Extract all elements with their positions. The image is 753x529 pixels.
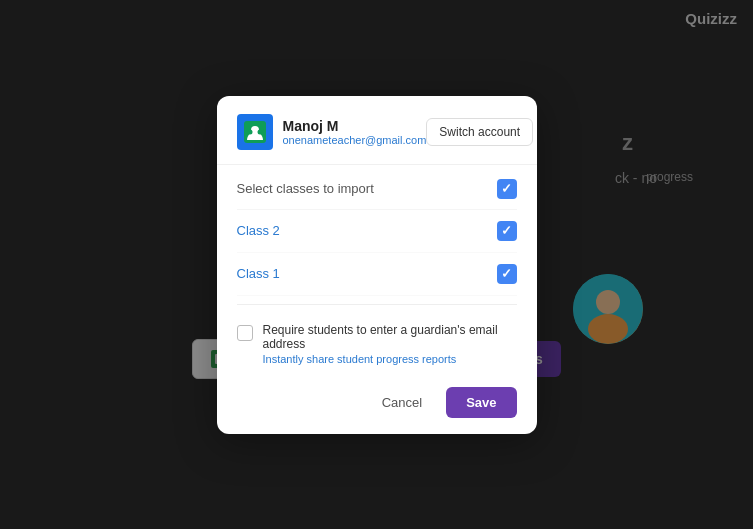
user-text: Manoj M onenameteacher@gmail.com: [283, 118, 427, 146]
guardian-section[interactable]: Require students to enter a guardian's e…: [237, 304, 517, 375]
class-checkbox-0[interactable]: [497, 221, 517, 241]
svg-point-10: [247, 129, 252, 134]
select-all-row[interactable]: Select classes to import: [237, 165, 517, 210]
user-name: Manoj M: [283, 118, 427, 134]
guardian-sub-text: Instantly share student progress reports: [263, 353, 517, 365]
modal-header: Manoj M onenameteacher@gmail.com Switch …: [217, 96, 537, 165]
user-email: onenameteacher@gmail.com: [283, 134, 427, 146]
user-info: Manoj M onenameteacher@gmail.com: [237, 114, 427, 150]
guardian-text: Require students to enter a guardian's e…: [263, 323, 517, 365]
guardian-checkbox[interactable]: [237, 325, 253, 341]
modal-dialog: Manoj M onenameteacher@gmail.com Switch …: [217, 96, 537, 434]
user-avatar-icon: [237, 114, 273, 150]
modal-overlay: Manoj M onenameteacher@gmail.com Switch …: [0, 0, 753, 529]
class-row-1[interactable]: Class 1: [237, 253, 517, 296]
guardian-main-text: Require students to enter a guardian's e…: [263, 323, 517, 351]
select-label-text: Select classes to import: [237, 181, 374, 196]
modal-body: Select classes to import Class 2 Class 1…: [217, 165, 537, 375]
class-name-0: Class 2: [237, 223, 280, 238]
class-checkbox-1[interactable]: [497, 264, 517, 284]
class-row-0[interactable]: Class 2: [237, 210, 517, 253]
save-button[interactable]: Save: [446, 387, 516, 418]
svg-point-11: [257, 129, 262, 134]
select-all-checkbox[interactable]: [497, 179, 517, 199]
cancel-button[interactable]: Cancel: [368, 387, 436, 418]
modal-footer: Cancel Save: [217, 375, 537, 434]
class-name-1: Class 1: [237, 266, 280, 281]
switch-account-button[interactable]: Switch account: [426, 118, 533, 146]
